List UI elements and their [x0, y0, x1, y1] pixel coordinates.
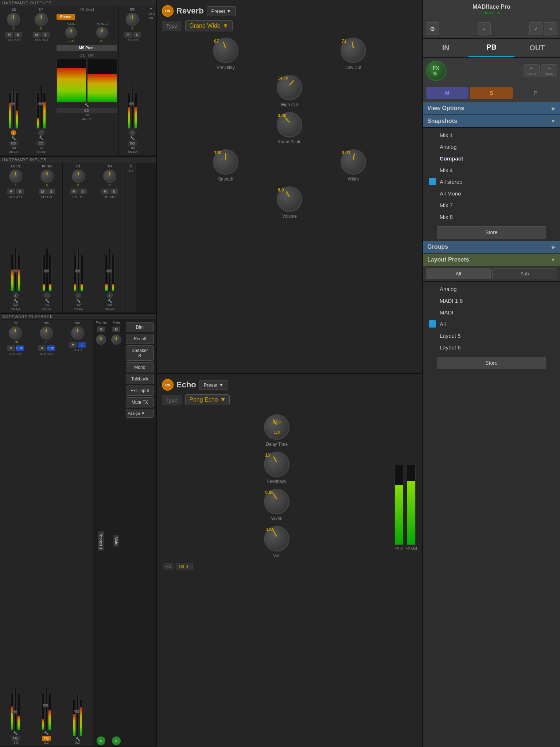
- ch2-t-btn[interactable]: T: [38, 130, 44, 136]
- echo-on-badge[interactable]: ON: [162, 379, 174, 391]
- layout-madi[interactable]: MADI: [423, 306, 560, 318]
- hw-in-ch4-m-btn[interactable]: M: [101, 189, 109, 194]
- reverb-low-cut-knob[interactable]: 71: [341, 38, 366, 63]
- sw-ch1-cue-btn[interactable]: CUE: [16, 345, 24, 351]
- talkback-btn[interactable]: Talkback: [126, 374, 154, 384]
- hw-in-ch1-fader[interactable]: [15, 248, 17, 291]
- mute-fx-btn[interactable]: Mute FX: [126, 397, 154, 407]
- msf-f-btn[interactable]: F: [514, 87, 557, 99]
- hw-in-ch1-t-btn[interactable]: T: [13, 293, 19, 298]
- layout-analog[interactable]: Analog: [423, 283, 560, 295]
- msf-m-btn[interactable]: M: [426, 87, 468, 99]
- hw-in-ch2-m-btn[interactable]: M: [39, 189, 47, 194]
- ch1-t-btn[interactable]: T: [11, 130, 16, 136]
- hw-in-ch2-wrench-icon[interactable]: 🔧: [45, 299, 49, 303]
- ch1-fader[interactable]: [12, 85, 15, 129]
- ch4-eq-btn[interactable]: EQ: [128, 141, 137, 146]
- expand-icon-2[interactable]: ⤡: [544, 22, 557, 35]
- recall-btn[interactable]: Recall: [126, 334, 154, 344]
- expand-icon-1[interactable]: ⤢: [529, 22, 542, 35]
- snapshot-mix4[interactable]: Mix 4: [423, 164, 560, 176]
- ch2-fader[interactable]: [40, 85, 42, 129]
- settings-eq-btn[interactable]: EQ: [57, 108, 117, 113]
- hw-in-ch2-t-btn[interactable]: T: [44, 293, 50, 298]
- hw-in-ch3-s-btn[interactable]: S: [79, 189, 87, 194]
- layout-madi-1-8[interactable]: MADI 1-8: [423, 295, 560, 306]
- sw-ch1-knob[interactable]: [9, 326, 22, 340]
- echo-hc-select[interactable]: Off ▼: [176, 563, 192, 570]
- hw-in-ch1-m-btn[interactable]: M: [7, 189, 15, 194]
- echo-feedback-knob[interactable]: 13: [264, 452, 289, 477]
- sw-ch2-eq-btn[interactable]: EQ: [42, 736, 51, 741]
- sw-ch1-fader[interactable]: [14, 686, 16, 730]
- snapshot-all-stereo[interactable]: All stereo: [423, 176, 560, 187]
- hw-in-ch4-wrench-icon[interactable]: 🔧: [108, 299, 112, 303]
- snapshot-mix7[interactable]: Mix 7: [423, 199, 560, 211]
- ch2-knob[interactable]: [35, 13, 48, 26]
- ms-proc-btn[interactable]: MS Proc.: [57, 45, 117, 51]
- sw-ch2-cue-btn[interactable]: CUE: [47, 345, 55, 351]
- hw-in-ch2-s-btn[interactable]: S: [47, 189, 55, 194]
- reverb-smooth-knob[interactable]: 100: [213, 149, 238, 175]
- hw-in-ch4-fader[interactable]: [109, 248, 111, 291]
- layout-tab-sub[interactable]: Sub: [492, 268, 557, 279]
- ch1-wrench-icon[interactable]: 🔧: [11, 136, 16, 140]
- sw-ch3-wrench-icon[interactable]: 🔧: [75, 737, 80, 741]
- ch1-eq-btn[interactable]: EQ: [9, 141, 18, 146]
- view-options-header[interactable]: View Options ▶: [423, 102, 560, 115]
- hw-in-ch4-s-btn[interactable]: S: [110, 189, 118, 194]
- phones-m-btn[interactable]: M: [97, 326, 105, 332]
- snapshots-store-btn[interactable]: Store: [437, 226, 547, 239]
- groups-header[interactable]: Groups ▶: [423, 241, 560, 253]
- mono-btn[interactable]: Mono: [126, 362, 154, 372]
- phones-c-btn[interactable]: C: [97, 736, 105, 745]
- main-knob[interactable]: [111, 334, 121, 345]
- layout-presets-store-btn[interactable]: Store: [437, 357, 547, 369]
- hw-in-ch3-wrench-icon[interactable]: 🔧: [76, 299, 81, 303]
- msf-s-btn[interactable]: S: [470, 87, 513, 99]
- stereo-btn[interactable]: Stereo: [57, 14, 75, 20]
- dim-btn[interactable]: Dim: [126, 322, 154, 332]
- reverb-volume-knob[interactable]: 6.0: [277, 186, 302, 212]
- sw-ch3-m-btn[interactable]: M: [69, 342, 77, 348]
- snapshots-header[interactable]: Snapshots ▼: [423, 115, 560, 128]
- tab-out[interactable]: OUT: [514, 39, 560, 57]
- hw-in-ch1-knob[interactable]: [9, 170, 22, 183]
- ch4-wrench-icon[interactable]: 🔧: [130, 136, 135, 140]
- snapshot-mix8[interactable]: Mix 8: [423, 211, 560, 222]
- echo-vol-knob[interactable]: -10.5: [264, 526, 289, 551]
- settings-width-knob[interactable]: [65, 27, 77, 38]
- sw-ch2-wrench-icon[interactable]: 🔧: [44, 731, 48, 735]
- redo-btn[interactable]: ↪REDO: [541, 64, 557, 77]
- sw-ch2-m-btn[interactable]: M: [38, 345, 46, 351]
- reverb-on-badge[interactable]: ON: [162, 5, 174, 17]
- echo-width-knob[interactable]: 0.88: [264, 489, 289, 514]
- reverb-preset-btn[interactable]: Preset ▼: [207, 6, 236, 16]
- layout-all[interactable]: All: [423, 318, 560, 330]
- echo-preset-btn[interactable]: Preset ▼: [199, 380, 228, 390]
- fx-pct-knob[interactable]: FX %: [426, 61, 446, 81]
- ch4-m-btn[interactable]: M: [124, 32, 132, 38]
- reverb-room-scale-knob[interactable]: 3.00: [277, 112, 302, 138]
- ext-input-btn[interactable]: Ext. Input: [126, 386, 154, 396]
- sw-ch3-fader[interactable]: [77, 692, 79, 736]
- sw-ch2-fader[interactable]: [45, 686, 47, 730]
- menu-lines-icon[interactable]: ≡: [478, 22, 491, 35]
- assign-btn[interactable]: Assign ▼: [126, 409, 154, 418]
- hw-in-ch2-knob[interactable]: [40, 170, 54, 183]
- hw-in-ch1-wrench-icon[interactable]: 🔧: [13, 299, 18, 303]
- ch2-m-btn[interactable]: M: [33, 32, 41, 38]
- reverb-high-cut-knob[interactable]: 14.0k: [277, 75, 302, 100]
- gear-icon[interactable]: ⚙: [426, 22, 439, 35]
- undo-btn[interactable]: ↩UNDO: [524, 64, 540, 77]
- hw-in-ch3-fader[interactable]: [77, 248, 79, 291]
- layout-5[interactable]: Layout 5: [423, 330, 560, 341]
- ch2-wrench-icon[interactable]: 🔧: [39, 136, 43, 140]
- sw-ch2-knob[interactable]: [40, 326, 53, 340]
- tab-in[interactable]: IN: [423, 39, 468, 57]
- ch1-m-btn[interactable]: M: [5, 32, 13, 38]
- layout-presets-header[interactable]: Layout Presets ▼: [423, 253, 560, 266]
- hw-in-ch3-m-btn[interactable]: M: [70, 189, 78, 194]
- ch2-eq-btn[interactable]: EQ: [36, 141, 46, 146]
- phones-knob[interactable]: [96, 334, 106, 345]
